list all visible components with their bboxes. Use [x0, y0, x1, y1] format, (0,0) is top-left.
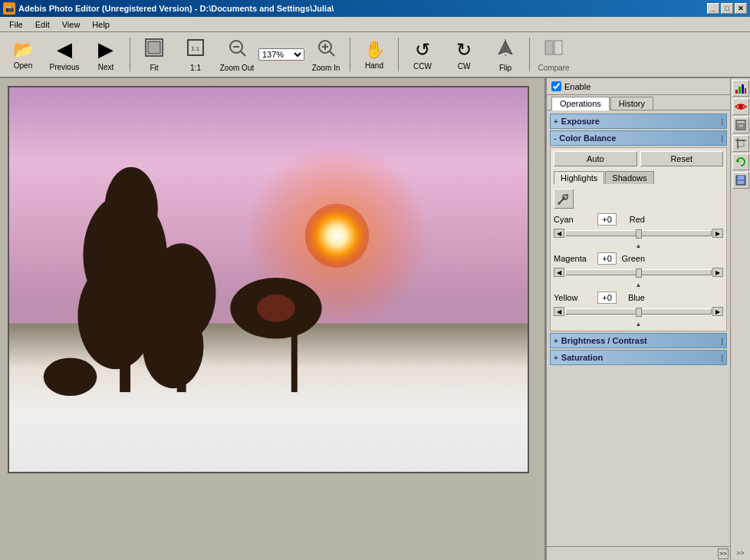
menu-file[interactable]: File — [3, 18, 29, 31]
saturation-section-header[interactable]: + Saturation | — [550, 350, 727, 365]
zoom-select[interactable]: 50% 75% 100% 137% 150% 200% 300% — [258, 48, 304, 61]
previous-label: Previous — [50, 63, 80, 71]
magenta-green-right-arrow[interactable]: ▶ — [712, 268, 723, 277]
refresh-button[interactable] — [732, 153, 749, 170]
layers-button[interactable] — [732, 117, 749, 133]
menu-edit[interactable]: Edit — [29, 18, 56, 31]
right-panel: Enable Operations History + Exposure | -… — [546, 78, 730, 560]
yellow-blue-track[interactable] — [565, 308, 712, 315]
menu-bar: File Edit View Help — [0, 17, 750, 32]
zoom-out-icon — [227, 38, 247, 62]
menu-help[interactable]: Help — [86, 18, 116, 31]
title-bar: 📷 Adebis Photo Editor (Unregistered Vers… — [0, 0, 750, 17]
open-button[interactable]: 📂 Open — [3, 35, 43, 74]
brightness-contrast-section-header[interactable]: + Brightness / Contrast | — [550, 333, 727, 348]
color-balance-section-header[interactable]: - Color Balance | — [550, 130, 727, 146]
tab-history[interactable]: History — [610, 97, 653, 110]
hand-button[interactable]: ✋ Hand — [354, 35, 394, 74]
eyedropper-button[interactable] — [554, 189, 574, 209]
brightness-contrast-title: Brightness / Contrast — [561, 336, 722, 345]
close-button[interactable]: ✕ — [735, 3, 747, 14]
canvas-area — [0, 78, 546, 560]
enable-checkbox[interactable] — [551, 81, 561, 91]
reset-button[interactable]: Reset — [640, 151, 724, 166]
enable-label: Enable — [564, 82, 590, 91]
yellow-blue-value[interactable]: +0 — [597, 292, 617, 304]
saturation-pin-icon: | — [721, 354, 723, 362]
green-label: Green — [618, 254, 645, 263]
hand-icon: ✋ — [364, 40, 385, 60]
preview-button[interactable] — [732, 98, 749, 115]
cw-button[interactable]: ↻ CW — [444, 35, 484, 74]
flip-icon — [495, 38, 515, 62]
tab-operations[interactable]: Operations — [551, 97, 610, 110]
magenta-green-track[interactable] — [565, 269, 712, 275]
magenta-green-thumb[interactable] — [636, 268, 642, 278]
zoom-combo[interactable]: 50% 75% 100% 137% 150% 200% 300% — [258, 48, 304, 61]
fit-label: Fit — [150, 64, 158, 72]
toolbar: 📂 Open ◀ Previous ▶ Next Fit 1:1 1:1 — [0, 32, 750, 78]
menu-view[interactable]: View — [56, 18, 87, 31]
cw-label: CW — [458, 62, 471, 71]
layers-icon — [735, 119, 747, 131]
yellow-blue-thumb[interactable] — [636, 308, 642, 317]
hl-shadow-tabs: Highlights Shadows — [554, 171, 723, 184]
yellow-blue-right-arrow[interactable]: ▶ — [712, 307, 723, 316]
cyan-red-right-arrow[interactable]: ▶ — [712, 229, 723, 238]
shadows-tab[interactable]: Shadows — [605, 171, 653, 184]
svg-rect-49 — [738, 181, 744, 184]
svg-rect-38 — [742, 84, 744, 94]
magenta-green-left-arrow[interactable]: ◀ — [554, 268, 564, 277]
ccw-button[interactable]: ↺ CCW — [403, 35, 442, 74]
maximize-button[interactable]: □ — [721, 3, 733, 14]
cyan-red-left-arrow[interactable]: ◀ — [554, 229, 564, 238]
svg-rect-30 — [79, 365, 83, 392]
crop-button[interactable] — [732, 135, 749, 152]
svg-rect-36 — [735, 90, 738, 94]
exposure-title: Exposure — [561, 117, 722, 126]
zoom-1to1-button[interactable]: 1:1 1:1 — [176, 35, 215, 74]
panel-scroll-right[interactable]: >> — [718, 548, 729, 559]
minimize-button[interactable]: _ — [707, 3, 719, 14]
magenta-green-value[interactable]: +0 — [597, 252, 617, 265]
compare-label: Compare — [538, 64, 569, 72]
fit-icon — [144, 38, 164, 62]
refresh-icon — [735, 156, 747, 168]
toolbar-separator-4 — [529, 38, 530, 71]
save-button[interactable] — [732, 172, 749, 189]
cyan-red-thumb[interactable] — [636, 229, 642, 239]
main-layout: Enable Operations History + Exposure | -… — [0, 78, 750, 560]
svg-rect-15 — [554, 41, 562, 54]
magenta-green-slider-row: Magenta +0 Green — [554, 252, 723, 265]
exposure-pin-icon: | — [721, 117, 723, 126]
zoom-in-label: Zoom In — [312, 64, 340, 72]
flip-button[interactable]: Flip — [485, 35, 525, 74]
photo-display — [9, 87, 528, 472]
yellow-label: Yellow — [554, 293, 596, 302]
auto-button[interactable]: Auto — [554, 151, 637, 166]
color-balance-pin-icon: | — [721, 134, 723, 143]
zoom-out-button[interactable]: Zoom Out — [217, 35, 257, 74]
yellow-blue-left-arrow[interactable]: ◀ — [554, 307, 564, 316]
svg-marker-46 — [737, 160, 740, 163]
cyan-red-track[interactable] — [565, 230, 712, 236]
panel-bottom: >> — [547, 546, 730, 560]
toolbar-separator-3 — [398, 38, 399, 71]
toolbar-separator-1 — [130, 38, 130, 71]
more-button[interactable]: >> — [735, 548, 746, 558]
zoom-in-button[interactable]: Zoom In — [306, 35, 346, 74]
svg-line-11 — [330, 51, 334, 56]
histogram-button[interactable] — [732, 80, 749, 97]
previous-button[interactable]: ◀ Previous — [44, 35, 84, 74]
cyan-red-value[interactable]: +0 — [597, 213, 617, 226]
fit-button[interactable]: Fit — [134, 35, 174, 74]
highlights-tab[interactable]: Highlights — [554, 171, 604, 184]
next-icon: ▶ — [98, 38, 113, 61]
compare-button[interactable]: Compare — [534, 35, 574, 74]
svg-rect-45 — [738, 140, 744, 147]
app-icon: 📷 — [3, 2, 15, 15]
exposure-section-header[interactable]: + Exposure | — [550, 114, 727, 129]
next-button[interactable]: ▶ Next — [86, 35, 126, 74]
color-balance-expand-icon: - — [554, 134, 556, 143]
color-balance-title: Color Balance — [559, 133, 721, 143]
